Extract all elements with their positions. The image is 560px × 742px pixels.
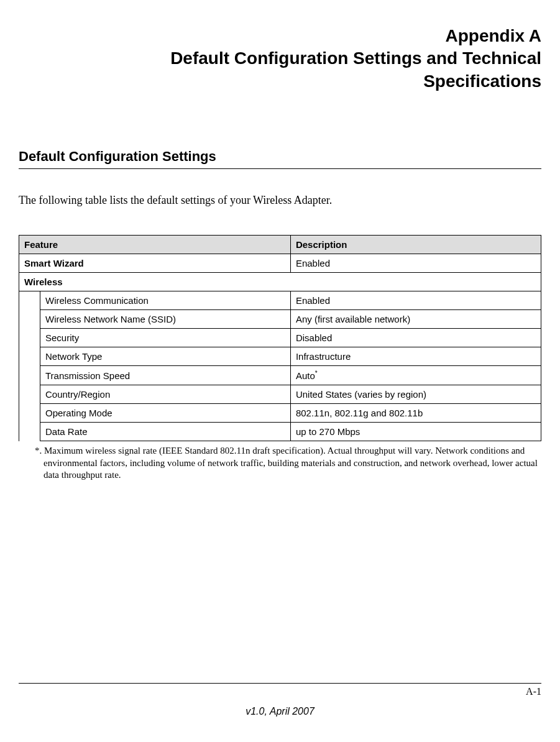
value-cell: United States (varies by region): [290, 385, 541, 404]
feature-cell: Country/Region: [40, 385, 291, 404]
footer-divider: [19, 683, 541, 684]
feature-cell: Security: [40, 329, 291, 347]
value-cell: Auto*: [290, 366, 541, 385]
section-title: Default Configuration Settings: [19, 149, 541, 169]
table-row: Wireless Communication Enabled: [19, 291, 541, 310]
table-row: Operating Mode 802.11n, 802.11g and 802.…: [19, 404, 541, 423]
feature-cell: Transmission Speed: [40, 366, 291, 385]
heading-line2: Default Configuration Settings and Techn…: [19, 47, 541, 70]
value-cell: Infrastructure: [290, 347, 541, 366]
value-cell: Any (first available network): [290, 310, 541, 329]
footnote-text: *. Maximum wireless signal rate (IEEE St…: [19, 445, 541, 482]
footnote-marker: *: [315, 370, 318, 377]
value-cell: up to 270 Mbps: [290, 423, 541, 441]
indent-spacer: [19, 291, 40, 441]
table-row: Security Disabled: [19, 329, 541, 347]
feature-cell: Data Rate: [40, 423, 291, 441]
feature-cell: Wireless Network Name (SSID): [40, 310, 291, 329]
table-row: Wireless: [19, 273, 541, 291]
value-cell: 802.11n, 802.11g and 802.11b: [290, 404, 541, 423]
value-text: Auto: [296, 370, 315, 381]
appendix-heading: Appendix A Default Configuration Setting…: [19, 25, 541, 93]
page-number: A-1: [19, 686, 541, 697]
header-feature: Feature: [19, 236, 291, 254]
table-row: Data Rate up to 270 Mbps: [19, 423, 541, 441]
table-row: Wireless Network Name (SSID) Any (first …: [19, 310, 541, 329]
table-row: Transmission Speed Auto*: [19, 366, 541, 385]
feature-cell: Network Type: [40, 347, 291, 366]
table-row: Smart Wizard Enabled: [19, 254, 541, 273]
value-cell: Enabled: [290, 291, 541, 310]
version-text: v1.0, April 2007: [19, 706, 541, 717]
settings-table: Feature Description Smart Wizard Enabled…: [19, 235, 541, 441]
value-cell: Enabled: [290, 254, 541, 273]
feature-cell: Smart Wizard: [19, 254, 291, 273]
header-description: Description: [290, 236, 541, 254]
heading-line1: Appendix A: [19, 25, 541, 47]
page-footer: A-1 v1.0, April 2007: [19, 683, 541, 717]
feature-cell: Operating Mode: [40, 404, 291, 423]
table-row: Country/Region United States (varies by …: [19, 385, 541, 404]
feature-cell: Wireless Communication: [40, 291, 291, 310]
table-row: Network Type Infrastructure: [19, 347, 541, 366]
table-header-row: Feature Description: [19, 236, 541, 254]
heading-line3: Specifications: [19, 70, 541, 93]
value-cell: Disabled: [290, 329, 541, 347]
wireless-group-header: Wireless: [19, 273, 541, 291]
intro-text: The following table lists the default se…: [19, 194, 541, 207]
